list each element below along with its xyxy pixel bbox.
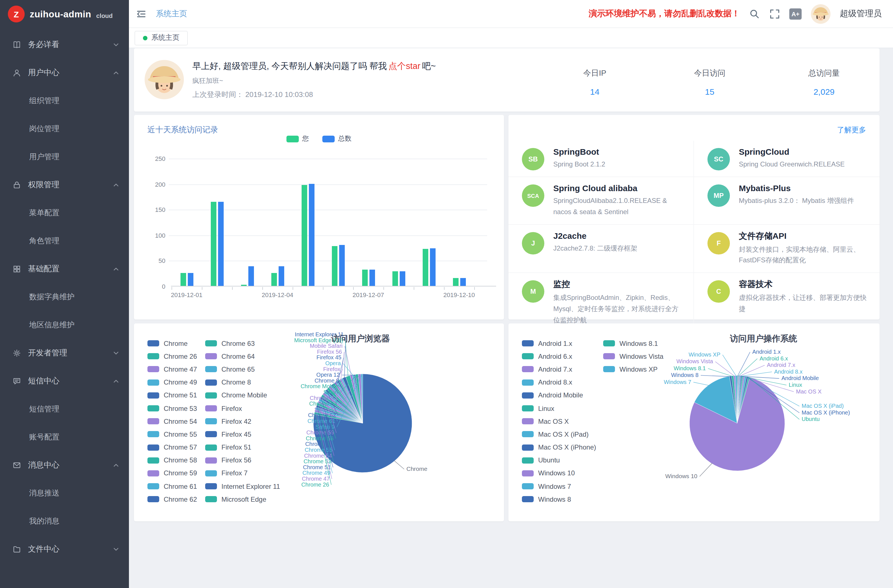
legend-item[interactable]: Windows XP (603, 363, 682, 376)
fullscreen-icon[interactable] (769, 8, 780, 20)
legend-item[interactable]: Windows 10 (522, 467, 603, 480)
pie-slice[interactable] (737, 376, 745, 423)
legend-item[interactable]: Chrome 49 (147, 376, 205, 389)
bar-you[interactable] (180, 273, 186, 286)
legend-item[interactable]: Chrome 58 (147, 454, 205, 467)
bar-total[interactable] (188, 273, 193, 286)
pie-slice[interactable] (325, 389, 363, 423)
sidebar-item-base-config[interactable]: 基础配置 (0, 255, 129, 283)
sidebar-item-must-read[interactable]: 务必详看 (0, 31, 129, 59)
tab-home[interactable]: 系统主页 (135, 30, 188, 45)
bar-total[interactable] (460, 278, 466, 286)
pie-slice[interactable] (334, 382, 363, 423)
pie-slice[interactable] (341, 378, 363, 423)
pie-slice[interactable] (354, 374, 363, 423)
bar-total[interactable] (308, 183, 314, 286)
legend-item[interactable]: Firefox (205, 402, 301, 415)
pie-slice[interactable] (329, 386, 363, 423)
pie-slice[interactable] (350, 375, 363, 423)
legend-item[interactable]: Mac OS X (iPad) (522, 428, 603, 441)
legend-item[interactable]: Chrome 8 (205, 376, 301, 389)
legend-item[interactable]: Mac OS X (iPhone) (522, 441, 603, 454)
legend-item[interactable]: Ubuntu (522, 454, 603, 467)
sidebar-subitem-message-push[interactable]: 消息推送 (0, 479, 129, 507)
sidebar-subitem-dict-maintain[interactable]: 数据字典维护 (0, 283, 129, 311)
pie-slice[interactable] (737, 376, 740, 423)
legend-item[interactable]: Firefox 7 (205, 467, 301, 480)
pie-slice[interactable] (732, 376, 737, 423)
bar-total[interactable] (248, 266, 254, 286)
pie-slice[interactable] (737, 376, 741, 423)
legend-item[interactable]: Chrome 62 (147, 493, 205, 506)
pie-slice[interactable] (333, 383, 363, 423)
sidebar-subitem-role-management[interactable]: 角色管理 (0, 227, 129, 255)
bar-you[interactable] (271, 273, 277, 286)
pie-slice[interactable] (734, 376, 737, 423)
tech-card-file-storage-api[interactable]: F文件存储API封装文件接口，实现本地存储、阿里云、FastDFS存储的配置化 (694, 224, 879, 273)
legend-item[interactable]: Chrome 47 (147, 363, 205, 376)
sidebar-subitem-sms-management[interactable]: 短信管理 (0, 395, 129, 423)
pie-slice[interactable] (317, 403, 363, 423)
bar-you[interactable] (210, 202, 216, 286)
pie-slice[interactable] (338, 379, 363, 423)
legend-item[interactable]: Chrome 55 (147, 428, 205, 441)
sidebar-subitem-region-maintain[interactable]: 地区信息维护 (0, 311, 129, 339)
breadcrumb[interactable]: 系统主页 (156, 9, 187, 19)
star-link[interactable]: 点个star (388, 61, 421, 71)
bar-you[interactable] (332, 246, 337, 286)
bar-total[interactable] (400, 272, 405, 286)
visits-bar-plot[interactable]: 0501001502002502019-12-012019-12-042019-… (171, 159, 496, 286)
sidebar-subitem-menu-config[interactable]: 菜单配置 (0, 199, 129, 227)
legend-item[interactable]: Chrome 65 (205, 363, 301, 376)
bar-total[interactable] (430, 249, 435, 286)
sidebar-item-file-center[interactable]: 文件中心 (0, 535, 129, 563)
bar-you[interactable] (301, 185, 307, 286)
sidebar-item-sms-center[interactable]: 短信中心 (0, 367, 129, 395)
legend-item[interactable]: Chrome (147, 337, 205, 350)
pie-slice[interactable] (737, 376, 738, 423)
pie-slice[interactable] (355, 374, 363, 423)
legend-item[interactable]: Android 7.x (522, 363, 603, 376)
pie-slice[interactable] (737, 376, 738, 423)
legend-item[interactable]: Chrome 54 (147, 415, 205, 428)
pie-slice[interactable] (331, 385, 363, 423)
legend-item[interactable]: Firefox 42 (205, 415, 301, 428)
sidebar-subitem-account-config[interactable]: 账号配置 (0, 423, 129, 451)
tech-card-mybatis-plus[interactable]: MPMybatis-PlusMybatis-plus 3.2.0： Mybati… (694, 177, 879, 224)
legend-item[interactable]: Chrome 59 (147, 467, 205, 480)
pie-slice[interactable] (323, 393, 363, 423)
legend-item[interactable]: Windows 7 (522, 480, 603, 493)
sidebar-subitem-post-management[interactable]: 岗位管理 (0, 115, 129, 143)
legend-item[interactable]: Microsoft Edge (205, 493, 301, 506)
pie-slice[interactable] (327, 387, 363, 423)
pie-slice[interactable] (314, 412, 363, 423)
bar-total[interactable] (369, 270, 375, 286)
pie-slice[interactable] (346, 376, 363, 423)
legend-item[interactable]: Chrome 63 (205, 337, 301, 350)
username[interactable]: 超级管理员 (840, 8, 882, 19)
bar-you[interactable] (241, 285, 247, 286)
pie-slice[interactable] (336, 381, 363, 423)
bar-you[interactable] (422, 249, 428, 286)
legend-item[interactable]: Windows Vista (603, 350, 682, 362)
bar-you[interactable] (392, 272, 398, 286)
app-logo[interactable]: Z zuihou-admin cloud (0, 0, 129, 28)
pie-slice[interactable] (737, 376, 749, 423)
legend-item[interactable]: Chrome 26 (147, 350, 205, 362)
learn-more-link[interactable]: 了解更多 (837, 125, 866, 135)
legend-item[interactable]: Firefox 56 (205, 454, 301, 467)
pie-slice[interactable] (315, 410, 363, 423)
pie-slice[interactable] (737, 376, 743, 423)
pie-slice[interactable] (340, 379, 363, 423)
pie-slice[interactable] (315, 407, 363, 423)
pie-slice[interactable] (319, 399, 363, 423)
pie-slice[interactable] (318, 401, 363, 423)
sidebar-item-user-center[interactable]: 用户中心 (0, 59, 129, 87)
font-size-icon[interactable]: A+ (789, 8, 801, 20)
tech-card-spring-cloud-alibaba[interactable]: SCASpring Cloud alibabaSpringCloudAlibab… (508, 177, 694, 224)
bar-you[interactable] (362, 270, 367, 286)
pie-slice[interactable] (324, 391, 363, 423)
pie-slice[interactable] (352, 375, 363, 423)
legend-item[interactable]: Android 8.x (522, 376, 603, 389)
pie-slice[interactable] (690, 377, 785, 471)
